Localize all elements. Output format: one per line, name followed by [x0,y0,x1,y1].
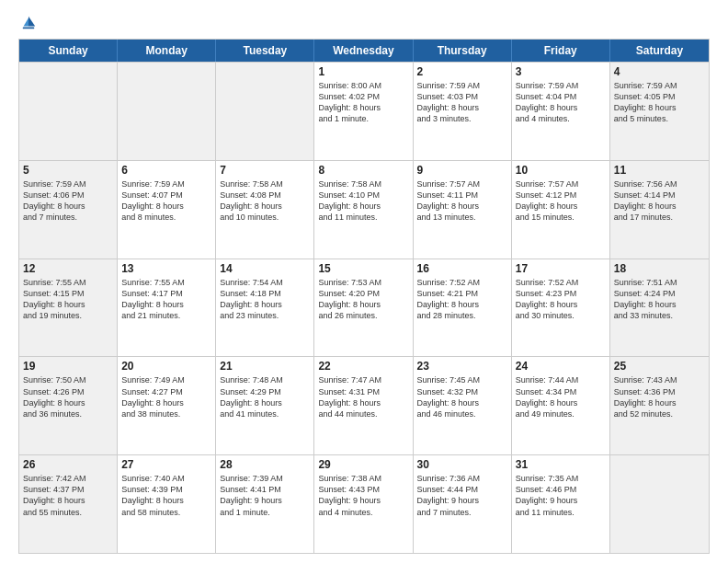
day-number: 20 [121,360,211,373]
calendar-cell [216,63,314,160]
cell-info: Sunrise: 7:56 AM Sunset: 4:14 PM Dayligh… [614,178,705,224]
logo [18,15,37,31]
weekday-header: Monday [118,40,216,62]
day-number: 8 [318,164,408,177]
calendar-cell [19,63,118,160]
calendar: SundayMondayTuesdayWednesdayThursdayFrid… [18,39,710,554]
calendar-cell: 13Sunrise: 7:55 AM Sunset: 4:17 PM Dayli… [118,259,216,357]
day-number: 29 [318,458,408,471]
day-number: 10 [516,164,606,177]
calendar-cell: 14Sunrise: 7:54 AM Sunset: 4:18 PM Dayli… [216,259,314,357]
cell-info: Sunrise: 7:47 AM Sunset: 4:31 PM Dayligh… [318,374,408,419]
weekday-header: Wednesday [314,40,413,62]
cell-info: Sunrise: 7:49 AM Sunset: 4:27 PM Dayligh… [121,374,211,419]
svg-rect-2 [23,28,35,29]
calendar-cell: 29Sunrise: 7:38 AM Sunset: 4:43 PM Dayli… [314,455,413,553]
cell-info: Sunrise: 7:55 AM Sunset: 4:15 PM Dayligh… [23,277,113,322]
calendar-cell: 27Sunrise: 7:40 AM Sunset: 4:39 PM Dayli… [118,455,216,553]
calendar-cell: 1Sunrise: 8:00 AM Sunset: 4:02 PM Daylig… [314,63,413,160]
cell-info: Sunrise: 7:44 AM Sunset: 4:34 PM Dayligh… [516,374,606,419]
calendar-cell: 4Sunrise: 7:59 AM Sunset: 4:05 PM Daylig… [610,63,709,160]
calendar-cell: 16Sunrise: 7:52 AM Sunset: 4:21 PM Dayli… [414,259,512,357]
page: SundayMondayTuesdayWednesdayThursdayFrid… [0,0,728,563]
cell-info: Sunrise: 7:57 AM Sunset: 4:12 PM Dayligh… [516,178,606,224]
calendar-cell [610,455,709,553]
cell-info: Sunrise: 7:50 AM Sunset: 4:26 PM Dayligh… [23,374,113,419]
calendar-cell: 8Sunrise: 7:58 AM Sunset: 4:10 PM Daylig… [314,161,413,259]
calendar-cell: 12Sunrise: 7:55 AM Sunset: 4:15 PM Dayli… [19,259,118,357]
calendar-row: 26Sunrise: 7:42 AM Sunset: 4:37 PM Dayli… [19,454,709,553]
calendar-cell: 10Sunrise: 7:57 AM Sunset: 4:12 PM Dayli… [512,161,610,259]
weekday-header: Friday [512,40,610,62]
calendar-cell: 24Sunrise: 7:44 AM Sunset: 4:34 PM Dayli… [512,357,610,454]
cell-info: Sunrise: 7:39 AM Sunset: 4:41 PM Dayligh… [220,473,310,518]
calendar-cell: 25Sunrise: 7:43 AM Sunset: 4:36 PM Dayli… [610,357,709,454]
cell-info: Sunrise: 7:38 AM Sunset: 4:43 PM Dayligh… [318,473,408,518]
day-number: 25 [614,360,705,373]
svg-marker-0 [28,17,35,27]
cell-info: Sunrise: 7:36 AM Sunset: 4:44 PM Dayligh… [417,473,507,518]
cell-info: Sunrise: 7:43 AM Sunset: 4:36 PM Dayligh… [614,374,705,419]
weekday-header: Saturday [610,40,709,62]
cell-info: Sunrise: 7:59 AM Sunset: 4:07 PM Dayligh… [121,178,211,224]
day-number: 28 [220,458,310,471]
calendar-cell: 3Sunrise: 7:59 AM Sunset: 4:04 PM Daylig… [512,63,610,160]
day-number: 16 [417,262,507,275]
day-number: 23 [417,360,507,373]
calendar-cell: 6Sunrise: 7:59 AM Sunset: 4:07 PM Daylig… [118,161,216,259]
cell-info: Sunrise: 7:58 AM Sunset: 4:08 PM Dayligh… [220,178,310,224]
calendar-cell: 28Sunrise: 7:39 AM Sunset: 4:41 PM Dayli… [216,455,314,553]
cell-info: Sunrise: 8:00 AM Sunset: 4:02 PM Dayligh… [318,80,408,125]
calendar-row: 5Sunrise: 7:59 AM Sunset: 4:06 PM Daylig… [19,160,709,259]
cell-info: Sunrise: 7:58 AM Sunset: 4:10 PM Dayligh… [318,178,408,224]
cell-info: Sunrise: 7:59 AM Sunset: 4:05 PM Dayligh… [614,80,705,125]
svg-marker-1 [24,18,28,27]
cell-info: Sunrise: 7:35 AM Sunset: 4:46 PM Dayligh… [516,473,606,518]
cell-info: Sunrise: 7:57 AM Sunset: 4:11 PM Dayligh… [417,178,507,224]
cell-info: Sunrise: 7:55 AM Sunset: 4:17 PM Dayligh… [121,277,211,322]
cell-info: Sunrise: 7:42 AM Sunset: 4:37 PM Dayligh… [23,473,113,518]
day-number: 31 [516,458,606,471]
day-number: 3 [516,65,606,78]
day-number: 15 [318,262,408,275]
cell-info: Sunrise: 7:45 AM Sunset: 4:32 PM Dayligh… [417,374,507,419]
day-number: 27 [121,458,211,471]
calendar-body: 1Sunrise: 8:00 AM Sunset: 4:02 PM Daylig… [19,62,709,553]
calendar-cell: 20Sunrise: 7:49 AM Sunset: 4:27 PM Dayli… [118,357,216,454]
calendar-cell: 21Sunrise: 7:48 AM Sunset: 4:29 PM Dayli… [216,357,314,454]
weekday-header: Thursday [414,40,512,62]
calendar-cell: 15Sunrise: 7:53 AM Sunset: 4:20 PM Dayli… [314,259,413,357]
cell-info: Sunrise: 7:54 AM Sunset: 4:18 PM Dayligh… [220,277,310,322]
day-number: 6 [121,164,211,177]
day-number: 1 [318,65,408,78]
weekday-header: Sunday [19,40,118,62]
calendar-header: SundayMondayTuesdayWednesdayThursdayFrid… [19,40,709,62]
cell-info: Sunrise: 7:51 AM Sunset: 4:24 PM Dayligh… [614,277,705,322]
calendar-cell: 26Sunrise: 7:42 AM Sunset: 4:37 PM Dayli… [19,455,118,553]
calendar-cell: 31Sunrise: 7:35 AM Sunset: 4:46 PM Dayli… [512,455,610,553]
day-number: 22 [318,360,408,373]
calendar-row: 12Sunrise: 7:55 AM Sunset: 4:15 PM Dayli… [19,259,709,357]
day-number: 11 [614,164,705,177]
header [18,15,710,31]
cell-info: Sunrise: 7:59 AM Sunset: 4:06 PM Dayligh… [23,178,113,224]
day-number: 26 [23,458,113,471]
day-number: 17 [516,262,606,275]
cell-info: Sunrise: 7:59 AM Sunset: 4:03 PM Dayligh… [417,80,507,125]
cell-info: Sunrise: 7:59 AM Sunset: 4:04 PM Dayligh… [516,80,606,125]
day-number: 18 [614,262,705,275]
day-number: 19 [23,360,113,373]
day-number: 9 [417,164,507,177]
logo-icon [20,15,37,31]
day-number: 13 [121,262,211,275]
weekday-header: Tuesday [216,40,314,62]
calendar-cell: 17Sunrise: 7:52 AM Sunset: 4:23 PM Dayli… [512,259,610,357]
calendar-cell: 9Sunrise: 7:57 AM Sunset: 4:11 PM Daylig… [414,161,512,259]
calendar-cell: 19Sunrise: 7:50 AM Sunset: 4:26 PM Dayli… [19,357,118,454]
day-number: 2 [417,65,507,78]
day-number: 4 [614,65,705,78]
day-number: 12 [23,262,113,275]
day-number: 30 [417,458,507,471]
cell-info: Sunrise: 7:48 AM Sunset: 4:29 PM Dayligh… [220,374,310,419]
cell-info: Sunrise: 7:53 AM Sunset: 4:20 PM Dayligh… [318,277,408,322]
